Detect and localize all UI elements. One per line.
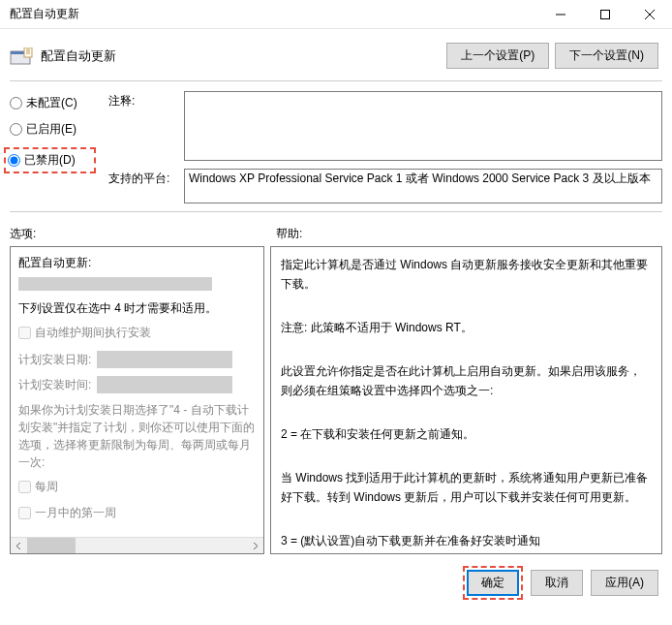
radio-disabled-input[interactable] [8,154,20,167]
footer: 确定 取消 应用(A) [0,554,672,611]
scroll-track[interactable] [27,538,247,553]
highlight-ok: 确定 [463,566,523,600]
divider [10,211,662,212]
radio-not-configured[interactable]: 未配置(C) [10,95,97,111]
options-note: 下列设置仅在选中 4 时才需要和适用。 [18,300,256,317]
radio-disabled-label: 已禁用(D) [24,152,76,169]
minimize-button[interactable] [538,0,583,29]
scroll-right-icon[interactable] [247,538,263,553]
radio-enabled-label: 已启用(E) [26,121,76,138]
comment-label: 注释: [108,91,176,109]
platform-text: Windows XP Professional Service Pack 1 或… [184,169,662,203]
check-weekly-label: 每周 [35,479,58,495]
ok-button[interactable]: 确定 [467,570,519,596]
section-labels: 选项: 帮助: [0,216,672,246]
cancel-button[interactable]: 取消 [531,570,583,596]
help-p1: 指定此计算机是否通过 Windows 自动更新服务接收安全更新和其他重要下载。 [281,255,652,295]
options-content: 配置自动更新: 下列设置仅在选中 4 时才需要和适用。 自动维护期间执行安装 计… [11,247,263,537]
divider [10,80,662,81]
install-date-label: 计划安装日期: [18,352,91,368]
close-button[interactable] [627,0,672,29]
header: 配置自动更新 上一个设置(P) 下一个设置(N) [0,29,672,77]
scroll-thumb[interactable] [27,538,76,553]
check-first-week[interactable]: 一月中的第一周 [18,505,256,521]
help-panel: 指定此计算机是否通过 Windows 自动更新服务接收安全更新和其他重要下载。 … [270,246,662,554]
radio-enabled[interactable]: 已启用(E) [10,121,97,138]
window-title: 配置自动更新 [10,6,538,22]
check-auto-maintenance-label: 自动维护期间执行安装 [35,325,151,341]
radio-not-configured-input[interactable] [10,97,22,109]
help-p3: 此设置允许你指定是否在此计算机上启用自动更新。如果启用该服务，则必须在组策略设置… [281,361,652,401]
check-auto-maintenance-input[interactable] [18,327,31,339]
install-time-field: 计划安装时间: [18,376,256,393]
apply-button[interactable]: 应用(A) [591,570,658,596]
config-area: 未配置(C) 已启用(E) 已禁用(D) 注释: 支持的平台: Windows … [0,85,672,207]
install-date-select[interactable] [97,351,232,368]
options-title: 配置自动更新: [18,255,256,271]
check-first-week-label: 一月中的第一周 [35,505,116,521]
next-setting-button[interactable]: 下一个设置(N) [555,43,658,69]
maximize-button[interactable] [583,0,627,29]
help-p4: 2 = 在下载和安装任何更新之前通知。 [281,424,652,444]
help-p6: 3 = (默认设置)自动下载更新并在准备好安装时通知 [281,531,652,550]
check-weekly[interactable]: 每周 [18,479,256,495]
titlebar: 配置自动更新 [0,0,672,29]
page-title: 配置自动更新 [41,47,439,65]
install-time-label: 计划安装时间: [18,377,91,393]
help-label: 帮助: [276,226,662,242]
prev-setting-button[interactable]: 上一个设置(P) [446,43,549,69]
platform-row: 支持的平台: Windows XP Professional Service P… [108,169,662,203]
install-date-field: 计划安装日期: [18,351,256,368]
help-content: 指定此计算机是否通过 Windows 自动更新服务接收安全更新和其他重要下载。 … [271,247,661,553]
radio-not-configured-label: 未配置(C) [26,95,77,111]
platform-label: 支持的平台: [108,169,176,187]
comment-row: 注释: [108,91,662,161]
check-first-week-input[interactable] [18,507,31,519]
radio-group: 未配置(C) 已启用(E) 已禁用(D) [10,91,97,203]
main-panels: 配置自动更新: 下列设置仅在选中 4 时才需要和适用。 自动维护期间执行安装 计… [0,246,672,554]
policy-icon [10,47,33,66]
nav-buttons: 上一个设置(P) 下一个设置(N) [446,43,658,69]
check-auto-maintenance[interactable]: 自动维护期间执行安装 [18,325,256,341]
options-dropdown[interactable] [18,277,212,291]
install-time-select[interactable] [97,376,232,393]
svg-rect-1 [601,10,610,18]
options-para: 如果你为计划安装日期选择了"4 - 自动下载计划安装"并指定了计划，则你还可以使… [18,401,256,471]
help-p2: 注意: 此策略不适用于 Windows RT。 [281,318,652,337]
radio-enabled-input[interactable] [10,123,22,136]
scroll-left-icon[interactable] [11,538,27,553]
comment-input[interactable] [184,91,662,161]
config-right: 注释: 支持的平台: Windows XP Professional Servi… [108,91,662,203]
highlight-disabled: 已禁用(D) [4,147,96,173]
options-label: 选项: [10,226,276,242]
radio-disabled[interactable]: 已禁用(D) [8,152,90,169]
check-weekly-input[interactable] [18,481,31,493]
options-scrollbar[interactable] [11,537,263,553]
options-panel: 配置自动更新: 下列设置仅在选中 4 时才需要和适用。 自动维护期间执行安装 计… [10,246,264,554]
help-p5: 当 Windows 找到适用于此计算机的更新时，系统将通知用户更新已准备好下载。… [281,468,652,508]
